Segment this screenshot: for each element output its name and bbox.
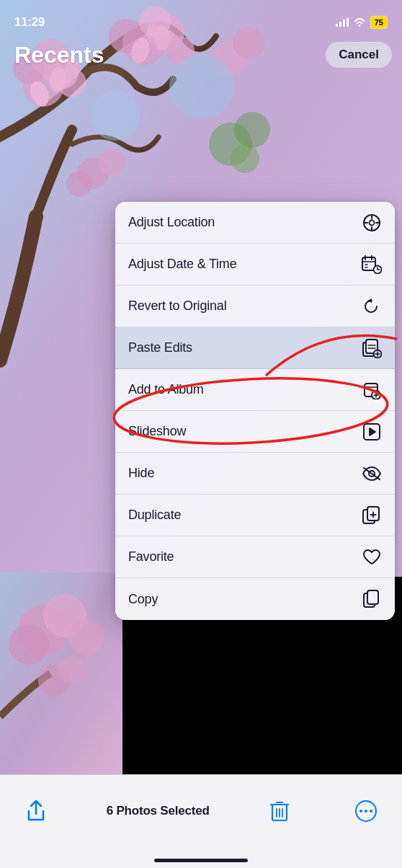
cancel-button[interactable]: Cancel: [326, 42, 392, 68]
paste-icon: [362, 338, 382, 358]
duplicate-label: Duplicate: [128, 508, 181, 523]
svg-point-20: [66, 171, 92, 197]
share-button[interactable]: [20, 795, 52, 827]
home-indicator: [154, 859, 248, 862]
svg-point-19: [98, 149, 125, 176]
svg-point-25: [231, 144, 259, 173]
add-album-icon: [362, 380, 382, 400]
add-album-label: Add to Album: [128, 382, 204, 397]
svg-point-32: [58, 656, 86, 683]
svg-point-34: [370, 220, 375, 225]
menu-item-hide[interactable]: Hide: [115, 453, 395, 495]
menu-item-paste-edits[interactable]: Paste Edits: [115, 327, 395, 369]
battery-indicator: 75: [370, 16, 388, 29]
menu-item-revert-original[interactable]: Revert to Original: [115, 285, 395, 327]
signal-icon: [336, 18, 349, 27]
svg-rect-68: [367, 590, 378, 604]
paste-edits-label: Paste Edits: [128, 340, 192, 355]
delete-button[interactable]: [264, 795, 295, 827]
status-icons: 75: [336, 16, 388, 29]
svg-point-76: [359, 810, 362, 812]
svg-point-30: [68, 619, 104, 655]
svg-point-77: [365, 810, 367, 812]
svg-point-22: [169, 54, 234, 119]
context-menu: Adjust Location Adjust Date & Time: [115, 202, 395, 620]
menu-item-slideshow[interactable]: Slideshow: [115, 411, 395, 453]
duplicate-icon: [362, 505, 382, 526]
page-title: Recents: [14, 42, 104, 68]
menu-item-adjust-date-time[interactable]: Adjust Date & Time: [115, 244, 395, 285]
second-photo: [0, 572, 122, 774]
menu-item-duplicate[interactable]: Duplicate: [115, 495, 395, 536]
copy-icon: [362, 589, 382, 609]
svg-point-21: [90, 90, 140, 141]
svg-point-24: [234, 112, 270, 148]
copy-label: Copy: [128, 592, 158, 607]
status-time: 11:29: [14, 15, 45, 30]
svg-point-78: [370, 810, 372, 812]
revert-original-label: Revert to Original: [128, 298, 226, 314]
menu-item-add-album[interactable]: Add to Album: [115, 369, 395, 411]
adjust-date-time-label: Adjust Date & Time: [128, 257, 236, 272]
hide-label: Hide: [128, 466, 154, 481]
slideshow-label: Slideshow: [128, 424, 186, 439]
hide-icon: [362, 464, 382, 484]
status-bar: 11:29 75: [0, 0, 402, 36]
more-button[interactable]: [350, 795, 382, 827]
wifi-icon: [353, 17, 366, 27]
revert-icon: [362, 296, 382, 316]
adjust-location-label: Adjust Location: [128, 215, 215, 230]
menu-item-adjust-location[interactable]: Adjust Location: [115, 202, 395, 244]
calendar-clock-icon: [362, 254, 382, 275]
location-icon: [362, 213, 382, 233]
svg-point-29: [9, 624, 49, 665]
bottom-toolbar: 6 Photos Selected: [0, 774, 402, 868]
menu-item-favorite[interactable]: Favorite: [115, 536, 395, 578]
heart-icon: [362, 547, 382, 567]
selection-count: 6 Photos Selected: [107, 804, 210, 818]
menu-item-copy[interactable]: Copy: [115, 578, 395, 620]
play-icon: [362, 422, 382, 442]
favorite-label: Favorite: [128, 549, 174, 564]
